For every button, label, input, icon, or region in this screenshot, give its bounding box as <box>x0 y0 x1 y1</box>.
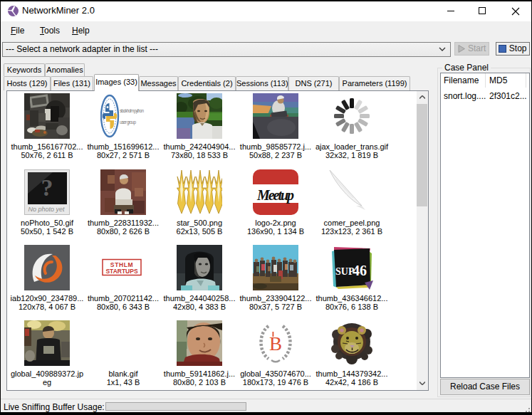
svg-text:SUP: SUP <box>335 266 355 277</box>
svg-text:46: 46 <box>353 263 367 278</box>
svg-text:STARTUPS: STARTUPS <box>105 268 138 275</box>
svg-text:stockholm python: stockholm python <box>120 108 144 114</box>
svg-text:Meetup: Meetup <box>256 187 294 204</box>
svg-text:No photo yet: No photo yet <box>28 206 65 213</box>
svg-text:user group: user group <box>120 120 136 125</box>
svg-text:B: B <box>269 333 282 354</box>
svg-text:?: ? <box>41 174 53 201</box>
